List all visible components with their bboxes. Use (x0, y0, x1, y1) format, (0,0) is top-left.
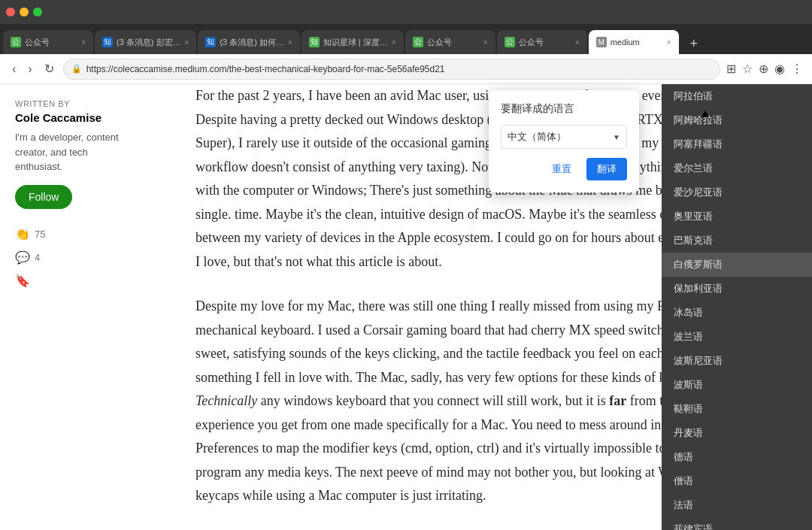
back-button[interactable]: ‹ (9, 61, 19, 77)
profile-icon[interactable]: ◉ (774, 62, 785, 76)
tab-5[interactable]: 公 公众号 × (405, 30, 495, 54)
author-name[interactable]: Cole Caccamise (15, 111, 135, 124)
address-bar[interactable]: 🔒 https://colecaccamise.medium.com/the-b… (63, 59, 720, 80)
language-item[interactable]: 波斯语 (662, 373, 812, 397)
translate-button[interactable]: 翻译 (586, 158, 627, 180)
tab-close-3[interactable]: × (288, 38, 292, 47)
security-lock-icon: 🔒 (71, 64, 82, 74)
clap-icon: 👏 (15, 227, 30, 241)
language-item[interactable]: 德语 (662, 445, 812, 469)
traffic-lights (6, 8, 42, 17)
comment-action[interactable]: 💬 4 (15, 250, 135, 265)
tab-title-4: 知识星球 | 深度… (323, 37, 388, 48)
language-select[interactable]: 中文（简体） ▼ (501, 125, 627, 149)
tab-favicon-4: 知 (309, 37, 320, 47)
author-sidebar: WRITTEN BY Cole Caccamise I'm a develope… (0, 84, 150, 530)
translation-buttons: 重置 翻译 (501, 158, 627, 180)
tab-close-4[interactable]: × (392, 38, 396, 47)
close-button[interactable] (6, 8, 15, 17)
tab-6[interactable]: 公 公众号 × (497, 30, 587, 54)
language-item[interactable]: 僧语 (662, 469, 812, 493)
new-tab-button[interactable]: + (683, 33, 704, 54)
tab-title-2: (3 条消息) 彭宏… (117, 37, 181, 48)
browser-chrome: 公 公众号 × 知 (3 条消息) 彭宏… × 知 (3 条消息) 如何… × … (0, 0, 812, 54)
language-item[interactable]: 阿塞拜疆语 (662, 132, 812, 156)
language-item[interactable]: 冰岛语 (662, 301, 812, 325)
language-item[interactable]: 鞑靼语 (662, 397, 812, 421)
language-item[interactable]: 奥里亚语 (662, 204, 812, 229)
tab-7[interactable]: M medium × (589, 30, 679, 54)
tab-4[interactable]: 知 知识星球 | 深度… × (301, 30, 404, 54)
article-paragraph-1: For the past 2 years, I have been an avi… (195, 84, 722, 274)
translation-modal: 要翻译成的语言 中文（简体） ▼ 重置 翻译 (489, 90, 639, 192)
tab-2[interactable]: 知 (3 条消息) 彭宏… × (95, 30, 196, 54)
extensions-icon[interactable]: ⊕ (759, 62, 768, 76)
language-item[interactable]: 丹麦语 (662, 421, 812, 445)
tab-title-5: 公众号 (427, 37, 452, 48)
written-by-label: WRITTEN BY (15, 99, 135, 108)
follow-button[interactable]: Follow (15, 185, 72, 209)
nav-right-icons: ⊞ ☆ ⊕ ◉ ⋮ (726, 62, 803, 76)
author-bio: I'm a developer, content creator, and te… (15, 130, 135, 174)
tab-close-5[interactable]: × (483, 38, 488, 47)
language-item[interactable]: 爱尔兰语 (662, 156, 812, 180)
tab-title-1: 公众号 (25, 37, 50, 48)
language-item[interactable]: 波兰语 (662, 325, 812, 349)
select-arrow-icon: ▼ (613, 133, 620, 141)
tab-title-7: medium (611, 38, 640, 47)
title-bar (0, 0, 812, 24)
article-actions: 👏 75 💬 4 🔖 (15, 227, 135, 288)
reset-button[interactable]: 重置 (543, 158, 580, 180)
tab-3[interactable]: 知 (3 条消息) 如何… × (198, 30, 299, 54)
tab-close-6[interactable]: × (575, 38, 580, 47)
more-options-icon[interactable]: ⋮ (791, 62, 803, 76)
tab-favicon-6: 公 (504, 37, 515, 47)
article-paragraph-2: Despite my love for my Mac, there was st… (195, 295, 722, 508)
language-item[interactable]: 法语 (662, 493, 812, 517)
clap-count: 75 (35, 229, 45, 240)
tabs-bar: 公 公众号 × 知 (3 条消息) 彭宏… × 知 (3 条消息) 如何… × … (0, 24, 812, 54)
selected-language: 中文（简体） (508, 130, 566, 144)
tab-favicon-2: 知 (102, 37, 113, 47)
maximize-button[interactable] (33, 8, 42, 17)
tab-favicon-1: 公 (11, 37, 21, 47)
forward-button[interactable]: › (25, 61, 35, 77)
clap-action[interactable]: 👏 75 (15, 227, 135, 241)
bookmark-save-icon: 🔖 (15, 274, 30, 288)
bookmark-icon[interactable]: ☆ (742, 62, 753, 76)
language-item[interactable]: 阿姆哈拉语 (662, 108, 812, 132)
translate-icon[interactable]: ⊞ (726, 62, 736, 76)
tab-close-1[interactable]: × (81, 38, 86, 47)
tab-1[interactable]: 公 公众号 × (3, 30, 93, 54)
language-item[interactable]: 巴斯克语 (662, 229, 812, 253)
language-item[interactable]: 菲律宾语 (662, 517, 812, 530)
comment-count: 4 (35, 252, 40, 263)
language-item[interactable]: 波斯尼亚语 (662, 349, 812, 373)
tab-title-3: (3 条消息) 如何… (220, 37, 284, 48)
language-item[interactable]: 保加利亚语 (662, 277, 812, 301)
tab-favicon-7: M (596, 37, 607, 47)
nav-bar: ‹ › ↻ 🔒 https://colecaccamise.medium.com… (0, 54, 812, 84)
language-item[interactable]: 阿拉伯语 (662, 84, 812, 108)
comment-icon: 💬 (15, 250, 30, 265)
tab-close-7[interactable]: × (667, 38, 671, 47)
tab-favicon-3: 知 (205, 37, 216, 47)
bookmark-action[interactable]: 🔖 (15, 274, 135, 288)
tab-close-2[interactable]: × (185, 38, 189, 47)
url-text: https://colecaccamise.medium.com/the-bes… (86, 64, 445, 74)
reload-button[interactable]: ↻ (41, 60, 57, 77)
author-section: WRITTEN BY Cole Caccamise I'm a develope… (15, 99, 135, 209)
language-item[interactable]: 白俄罗斯语 (662, 253, 812, 277)
minimize-button[interactable] (20, 8, 29, 17)
language-dropdown[interactable]: 阿拉伯语阿姆哈拉语阿塞拜疆语爱尔兰语爱沙尼亚语奥里亚语巴斯克语白俄罗斯语保加利亚… (662, 84, 812, 530)
translation-modal-title: 要翻译成的语言 (501, 102, 627, 116)
language-item[interactable]: 爱沙尼亚语 (662, 180, 812, 204)
tab-title-6: 公众号 (519, 37, 544, 48)
tab-favicon-5: 公 (413, 37, 423, 47)
